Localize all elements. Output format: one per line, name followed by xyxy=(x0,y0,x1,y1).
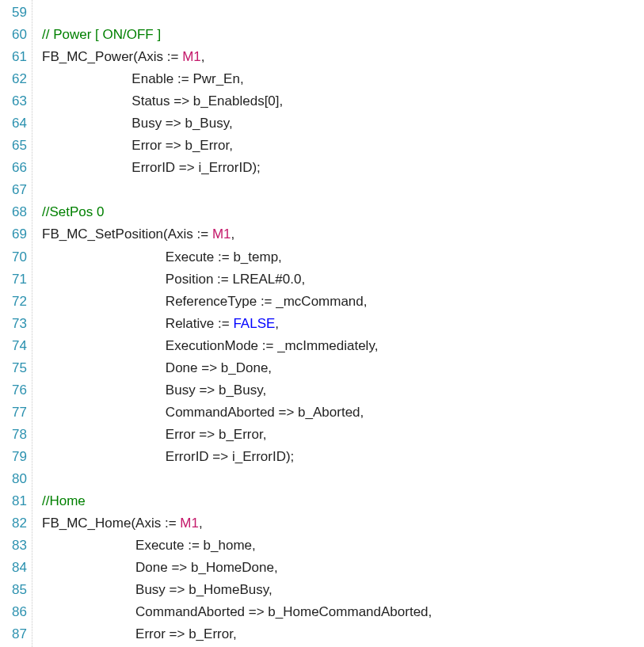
code-token: , xyxy=(275,316,279,331)
code-line[interactable]: ExecutionMode := _mcImmediately, xyxy=(42,335,432,357)
code-token: ErrorID => i_ErrorID); xyxy=(42,160,261,175)
code-line[interactable]: ErrorID => i_ErrorID); xyxy=(42,157,432,179)
code-line[interactable]: //Home xyxy=(42,490,432,512)
line-number: 80 xyxy=(3,468,27,490)
line-number: 66 xyxy=(3,157,27,179)
line-number: 75 xyxy=(3,357,27,379)
code-line[interactable] xyxy=(42,179,432,201)
line-number: 59 xyxy=(3,2,27,24)
line-number: 60 xyxy=(3,24,27,46)
code-token: //Home xyxy=(42,493,86,508)
line-number-gutter: 5960616263646566676869707172737475767778… xyxy=(0,0,32,647)
code-token: FB_MC_SetPosition(Axis := xyxy=(42,226,212,242)
code-token: Error => b_Error, xyxy=(42,626,237,641)
line-number: 63 xyxy=(3,90,27,112)
code-line[interactable]: FB_MC_Home(Axis := M1, xyxy=(42,512,432,535)
code-line[interactable]: Error => b_Error, xyxy=(42,623,432,645)
code-line[interactable]: //SetPos 0 xyxy=(42,201,432,223)
code-token: M1 xyxy=(212,226,231,242)
line-number: 78 xyxy=(3,424,27,446)
line-number: 72 xyxy=(3,291,27,313)
code-editor: 5960616263646566676869707172737475767778… xyxy=(0,0,644,647)
code-token: FB_MC_Power(Axis := xyxy=(42,49,182,64)
line-number: 84 xyxy=(3,557,27,579)
code-token: Enable := Pwr_En, xyxy=(42,71,244,86)
line-number: 86 xyxy=(3,601,27,623)
code-line[interactable] xyxy=(42,2,432,24)
code-token: //SetPos 0 xyxy=(42,204,104,219)
line-number: 64 xyxy=(3,112,27,135)
code-token: Position := LREAL#0.0, xyxy=(42,272,305,287)
line-number: 76 xyxy=(3,379,27,402)
code-token: Status => b_Enableds[0], xyxy=(42,93,283,108)
code-line[interactable]: Relative := FALSE, xyxy=(42,313,432,335)
code-token: Busy => b_Busy, xyxy=(42,116,233,131)
code-line[interactable]: Busy => b_HomeBusy, xyxy=(42,579,432,601)
code-line[interactable]: ErrorID => i_ErrorID); xyxy=(42,446,432,468)
code-line[interactable]: Busy => b_Busy, xyxy=(42,112,432,135)
line-number: 85 xyxy=(3,579,27,601)
code-token: // Power [ ON/OFF ] xyxy=(42,27,161,42)
code-token: CommandAborted => b_Aborted, xyxy=(42,405,364,420)
line-number: 71 xyxy=(3,268,27,291)
code-token: , xyxy=(199,516,203,531)
code-line[interactable]: CommandAborted => b_HomeCommandAborted, xyxy=(42,601,432,623)
code-token: M1 xyxy=(180,516,199,531)
line-number: 70 xyxy=(3,246,27,268)
code-token: ExecutionMode := _mcImmediately, xyxy=(42,338,378,353)
code-token: Relative := xyxy=(42,316,233,331)
line-number: 68 xyxy=(3,201,27,223)
code-token: , xyxy=(231,226,235,242)
line-number: 87 xyxy=(3,623,27,645)
code-token: Error => b_Error, xyxy=(42,138,233,153)
code-line[interactable]: CommandAborted => b_Aborted, xyxy=(42,402,432,424)
code-token: Execute := b_temp, xyxy=(42,249,282,265)
code-token: Done => b_HomeDone, xyxy=(42,560,278,575)
code-line[interactable]: Done => b_HomeDone, xyxy=(42,557,432,579)
code-token: M1 xyxy=(182,49,201,64)
code-token: ErrorID => i_ErrorID); xyxy=(42,449,294,464)
code-area[interactable]: // Power [ ON/OFF ]FB_MC_Power(Axis := M… xyxy=(32,0,438,647)
code-line[interactable] xyxy=(42,468,432,490)
code-token: , xyxy=(201,49,205,64)
code-line[interactable]: // Power [ ON/OFF ] xyxy=(42,24,432,46)
code-line[interactable]: Position := LREAL#0.0, xyxy=(42,268,432,291)
code-line[interactable]: ReferenceType := _mcCommand, xyxy=(42,291,432,313)
line-number: 61 xyxy=(3,46,27,68)
code-line[interactable]: FB_MC_Power(Axis := M1, xyxy=(42,46,432,68)
line-number: 79 xyxy=(3,446,27,468)
code-token: Busy => b_Busy, xyxy=(42,382,266,398)
line-number: 73 xyxy=(3,313,27,335)
line-number: 74 xyxy=(3,335,27,357)
line-number: 77 xyxy=(3,402,27,424)
code-token: Busy => b_HomeBusy, xyxy=(42,582,272,597)
code-line[interactable]: Execute := b_home, xyxy=(42,535,432,557)
line-number: 83 xyxy=(3,535,27,557)
line-number: 81 xyxy=(3,490,27,512)
code-line[interactable]: Status => b_Enableds[0], xyxy=(42,90,432,112)
code-token: Error => b_Error, xyxy=(42,427,266,442)
code-line[interactable]: Execute := b_temp, xyxy=(42,246,432,268)
line-number: 69 xyxy=(3,223,27,245)
line-number: 67 xyxy=(3,179,27,201)
code-line[interactable]: Busy => b_Busy, xyxy=(42,379,432,402)
line-number: 82 xyxy=(3,512,27,535)
code-token: FB_MC_Home(Axis := xyxy=(42,516,180,531)
code-line[interactable]: FB_MC_SetPosition(Axis := M1, xyxy=(42,223,432,245)
line-number: 65 xyxy=(3,135,27,157)
line-number: 62 xyxy=(3,68,27,90)
code-line[interactable]: Done => b_Done, xyxy=(42,357,432,379)
code-line[interactable]: Error => b_Error, xyxy=(42,135,432,157)
code-token: FALSE xyxy=(233,316,275,331)
code-token: Execute := b_home, xyxy=(42,538,256,553)
code-token: ReferenceType := _mcCommand, xyxy=(42,294,368,309)
code-token: CommandAborted => b_HomeCommandAborted, xyxy=(42,604,432,619)
code-line[interactable]: Error => b_Error, xyxy=(42,424,432,446)
code-token: Done => b_Done, xyxy=(42,360,272,375)
code-line[interactable]: Enable := Pwr_En, xyxy=(42,68,432,90)
